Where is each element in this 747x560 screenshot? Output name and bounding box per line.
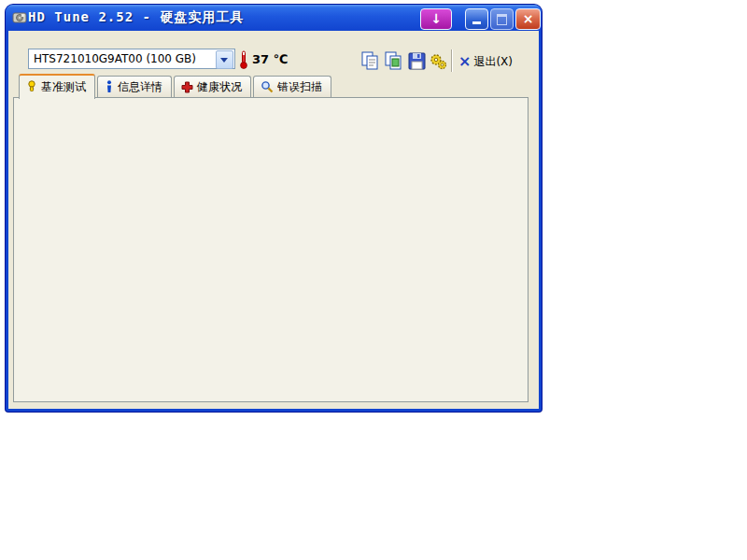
exit-x-icon: × [458, 54, 471, 69]
app-icon [12, 10, 27, 25]
copy-text-icon[interactable] [359, 50, 381, 72]
benchmark-tab-page [13, 97, 529, 402]
desktop: HD Tune 2.52 - 硬盘实用工具 ↓ × HTS721010G9AT0… [0, 0, 747, 560]
exit-label: 退出(X) [473, 54, 513, 70]
tab-label: 错误扫描 [277, 79, 322, 95]
minimize-icon[interactable] [465, 8, 488, 30]
tab-benchmark[interactable]: 基准测试 [19, 74, 95, 99]
hdtune-window: HD Tune 2.52 - 硬盘实用工具 ↓ × HTS721010G9AT0… [6, 5, 542, 412]
tab-bar: 基准测试 信息详情 健康状况 错误扫描 [19, 78, 333, 98]
capture-download-icon[interactable]: ↓ [420, 8, 452, 30]
drive-select-value: HTS721010G9AT00 (100 GB) [34, 52, 196, 65]
temperature-value: 37 ℃ [252, 52, 288, 66]
chevron-down-icon[interactable] [216, 50, 233, 69]
thermometer-icon [238, 50, 249, 69]
save-screenshot-icon[interactable] [406, 50, 428, 72]
exit-button[interactable]: × 退出(X) [458, 51, 513, 72]
close-icon[interactable]: × [515, 8, 541, 30]
tab-label: 信息详情 [118, 79, 162, 95]
error-scan-icon [261, 80, 274, 93]
info-icon [105, 80, 114, 93]
tab-health[interactable]: 健康状况 [174, 76, 251, 98]
drive-select[interactable]: HTS721010G9AT00 (100 GB) [28, 49, 235, 69]
maximize-icon[interactable] [490, 8, 514, 30]
copy-screenshot-icon[interactable] [383, 50, 404, 72]
window-title: HD Tune 2.52 - 硬盘实用工具 [28, 9, 244, 26]
tab-label: 基准测试 [41, 79, 86, 95]
titlebar[interactable]: HD Tune 2.52 - 硬盘实用工具 ↓ × [6, 5, 542, 31]
health-icon [181, 81, 193, 93]
tab-error-scan[interactable]: 错误扫描 [253, 76, 331, 98]
tab-info[interactable]: 信息详情 [97, 76, 172, 98]
options-icon[interactable] [428, 50, 449, 72]
benchmark-icon [26, 80, 37, 93]
toolbar-separator [451, 49, 452, 72]
tab-label: 健康状况 [197, 79, 242, 95]
